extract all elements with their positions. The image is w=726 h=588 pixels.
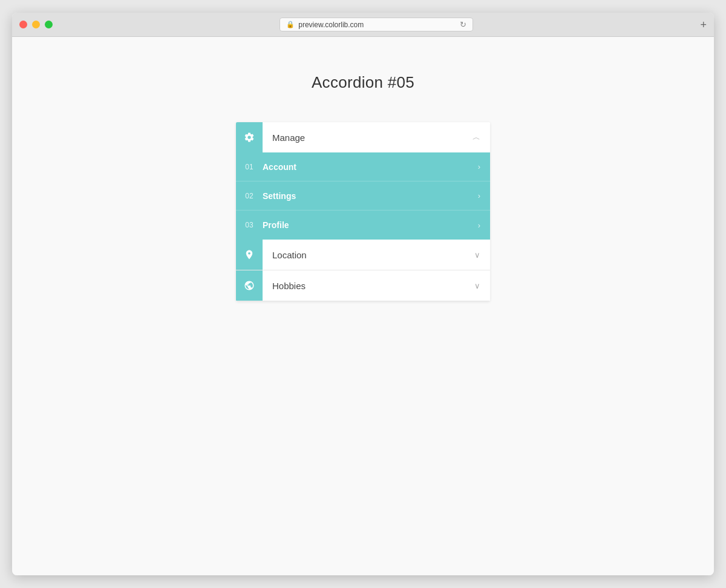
accordion-item-manage: Manage ︿ 01 Account › 02 Settings › [236, 122, 490, 240]
refresh-icon[interactable]: ↻ [460, 20, 466, 29]
accordion-item-hobbies: Hobbies ∨ [236, 270, 490, 301]
accordion-sub-item-settings[interactable]: 02 Settings › [236, 181, 490, 211]
accordion-header-hobbies[interactable]: Hobbies ∨ [236, 270, 490, 301]
browser-content: Accordion #05 Manage ︿ [12, 37, 714, 575]
lock-icon: 🔒 [286, 21, 295, 28]
manage-label: Manage [263, 132, 463, 143]
accordion-header-manage[interactable]: Manage ︿ [236, 122, 490, 152]
new-tab-button[interactable]: + [700, 19, 707, 30]
location-icon-box [236, 240, 263, 270]
location-label: Location [263, 250, 465, 260]
account-chevron: › [478, 162, 480, 171]
browser-titlebar: 🔒 preview.colorlib.com ↻ + [12, 13, 714, 37]
page-title: Accordion #05 [312, 73, 414, 92]
close-button[interactable] [19, 21, 27, 28]
profile-number: 03 [236, 221, 263, 229]
settings-chevron: › [478, 191, 480, 200]
location-chevron-down: ∨ [465, 250, 490, 260]
address-bar[interactable]: 🔒 preview.colorlib.com ↻ [280, 18, 473, 31]
manage-chevron-up: ︿ [463, 132, 490, 143]
manage-icon-box [236, 122, 263, 152]
hobbies-label: Hobbies [263, 281, 465, 291]
accordion-sub-item-account[interactable]: 01 Account › [236, 152, 490, 181]
minimize-button[interactable] [32, 21, 40, 28]
pin-icon [244, 249, 255, 260]
hobbies-chevron-down: ∨ [465, 281, 490, 290]
gear-icon [244, 132, 255, 143]
profile-label: Profile [263, 220, 478, 230]
url-text: preview.colorlib.com [298, 21, 364, 29]
globe-icon [244, 280, 255, 291]
manage-panel: 01 Account › 02 Settings › 03 Profile › [236, 152, 490, 240]
accordion-container: Manage ︿ 01 Account › 02 Settings › [236, 122, 490, 301]
accordion-sub-item-profile[interactable]: 03 Profile › [236, 211, 490, 240]
accordion-header-location[interactable]: Location ∨ [236, 240, 490, 270]
browser-window: 🔒 preview.colorlib.com ↻ + Accordion #05 [12, 13, 714, 575]
accordion-item-location: Location ∨ [236, 240, 490, 270]
address-bar-container: 🔒 preview.colorlib.com ↻ [57, 18, 695, 31]
profile-chevron: › [478, 221, 480, 230]
account-label: Account [263, 162, 478, 172]
maximize-button[interactable] [45, 21, 53, 28]
account-number: 01 [236, 163, 263, 171]
settings-number: 02 [236, 192, 263, 200]
hobbies-icon-box [236, 270, 263, 301]
settings-label: Settings [263, 191, 478, 201]
